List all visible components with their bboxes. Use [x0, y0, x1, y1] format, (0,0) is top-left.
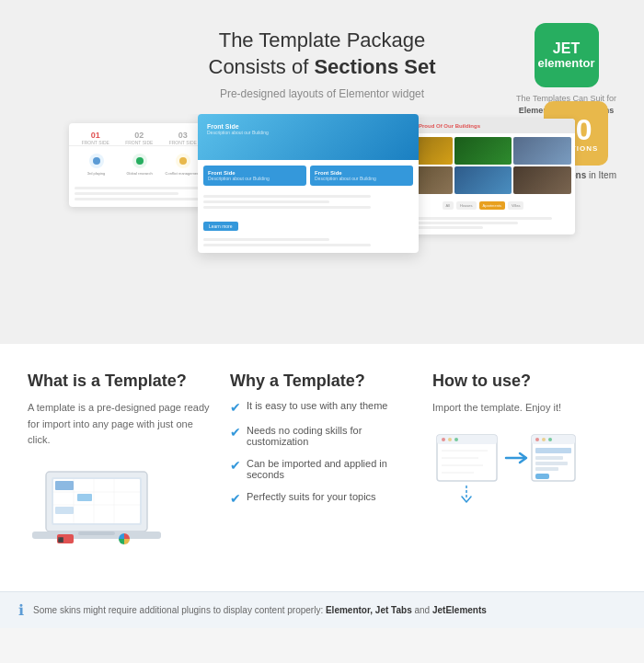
- info-icon: ℹ: [18, 601, 24, 619]
- why-column: Why a Template? ✔ It is easy to use with…: [230, 372, 414, 545]
- template-filter-row: All Houses Apartments Villas: [391, 198, 575, 213]
- why-title: Why a Template?: [230, 372, 414, 391]
- icon-global-research: Global research: [120, 154, 159, 176]
- svg-rect-21: [437, 435, 497, 444]
- template-card-main: Front Side Description about our Buildin…: [198, 114, 419, 253]
- template-blue-card-1: Front Side Description about our Buildin…: [203, 166, 306, 186]
- svg-rect-38: [535, 474, 549, 479]
- check-icon-3: ✔: [230, 459, 241, 472]
- how-column: How to use? Import the template. Enjoy i…: [432, 372, 616, 545]
- photo-5: [454, 166, 512, 194]
- jet-logo: JET elementor: [535, 23, 599, 87]
- svg-point-32: [542, 438, 546, 441]
- template-content-rows: [198, 191, 419, 215]
- tab-02: 02 FRONT SIDE: [121, 131, 159, 145]
- svg-point-24: [454, 438, 458, 441]
- footer-note-text: Some skins might require additional plug…: [33, 605, 487, 615]
- svg-point-0: [93, 157, 100, 165]
- svg-rect-34: [535, 448, 571, 453]
- template-blue-card-2: Front Side Description about our Buildin…: [310, 166, 413, 186]
- why-item-4: ✔ Perfectly suits for your topics: [230, 491, 414, 505]
- top-section: The Template Package Consists of Section…: [0, 0, 644, 344]
- footer-note: ℹ Some skins might require additional pl…: [0, 591, 644, 628]
- template-card-right: We Are Proud Of Our Buildings All Houses…: [391, 119, 575, 234]
- jet-logo-text-elementor: elementor: [537, 56, 594, 70]
- laptop-illustration: ⬛: [28, 463, 156, 545]
- filter-villas[interactable]: Villas: [508, 201, 524, 210]
- svg-point-2: [179, 157, 187, 165]
- why-item-2-text: Needs no coding skills for customization: [247, 425, 414, 447]
- jet-logo-text-jet: JET: [537, 40, 594, 57]
- filter-houses[interactable]: Houses: [456, 201, 477, 210]
- filter-apartments[interactable]: Apartments: [479, 201, 505, 210]
- svg-rect-35: [535, 456, 563, 460]
- template-learn-more-btn[interactable]: Learn more: [203, 222, 238, 231]
- svg-text:⬛: ⬛: [58, 537, 64, 543]
- check-icon-1: ✔: [230, 401, 241, 414]
- template-cards-row: Front Side Description about our Buildin…: [198, 160, 419, 191]
- photo-2: [454, 137, 512, 165]
- svg-point-23: [448, 438, 452, 441]
- why-checklist: ✔ It is easy to use with any theme ✔ Nee…: [230, 400, 414, 505]
- bottom-section: What is a Template? A template is a pre-…: [0, 344, 644, 591]
- why-item-4-text: Perfectly suits for your topics: [247, 491, 376, 502]
- svg-point-22: [442, 438, 445, 441]
- svg-rect-36: [535, 462, 568, 465]
- template-preview-area: 01 FRONT SIDE 02 FRONT SIDE 03 FRONT SID…: [18, 114, 626, 326]
- template-hero: Front Side Description about our Buildin…: [198, 114, 419, 160]
- tab-03: 03 FRONT SIDE: [164, 131, 202, 145]
- svg-point-33: [548, 438, 552, 441]
- why-item-2: ✔ Needs no coding skills for customizati…: [230, 425, 414, 447]
- template-photo-grid: [391, 133, 575, 198]
- what-body: A template is a pre-designed page ready …: [28, 400, 212, 449]
- preview-container: 01 FRONT SIDE 02 FRONT SIDE 03 FRONT SID…: [69, 114, 575, 326]
- template-right-header: We Are Proud Of Our Buildings: [391, 119, 575, 133]
- tab-01: 01 FRONT SIDE: [76, 131, 115, 145]
- what-column: What is a Template? A template is a pre-…: [28, 372, 212, 545]
- why-item-1: ✔ It is easy to use with any theme: [230, 400, 414, 414]
- icon-conflict-management: Conflict management: [163, 154, 202, 176]
- what-title: What is a Template?: [28, 372, 212, 391]
- check-icon-4: ✔: [230, 492, 241, 505]
- template-right-bottom: [391, 213, 575, 234]
- why-item-3: ✔ Can be imported and applied in seconds: [230, 458, 414, 480]
- how-title: How to use?: [432, 372, 616, 391]
- photo-3: [513, 137, 571, 165]
- how-illustration: [432, 430, 580, 513]
- how-body: Import the template. Enjoy it!: [432, 400, 616, 417]
- info-columns: What is a Template? A template is a pre-…: [28, 372, 616, 545]
- icon-3rd-playing: 3rd playing: [76, 154, 116, 176]
- svg-rect-12: [55, 481, 74, 490]
- filter-all[interactable]: All: [443, 201, 454, 210]
- svg-point-31: [535, 438, 539, 441]
- svg-rect-13: [77, 494, 92, 501]
- svg-rect-37: [535, 467, 558, 471]
- title-line2-prefix: Consists of: [209, 55, 315, 78]
- title-line2-bold: Sections Set: [314, 55, 435, 78]
- svg-point-1: [136, 157, 144, 165]
- check-icon-2: ✔: [230, 426, 241, 439]
- title-line1: The Template Package: [219, 29, 426, 51]
- why-item-1-text: It is easy to use with any theme: [247, 400, 387, 411]
- template-content-rows-2: [198, 234, 419, 253]
- why-item-3-text: Can be imported and applied in seconds: [247, 458, 414, 480]
- svg-rect-16: [78, 532, 115, 535]
- svg-rect-14: [55, 507, 74, 514]
- photo-6: [513, 166, 571, 194]
